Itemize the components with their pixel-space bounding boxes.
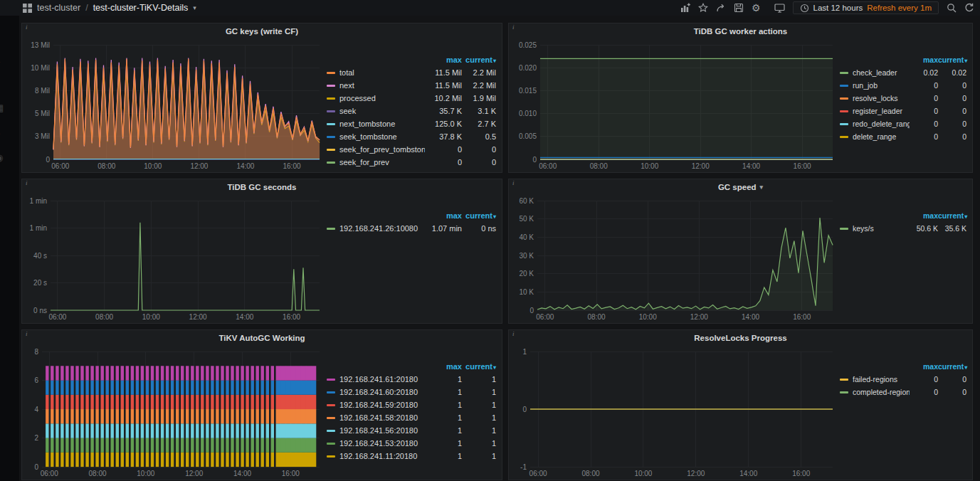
legend-row[interactable]: processed10.2 Mil1.9 Mil (327, 92, 496, 105)
legend-row[interactable]: 192.168.241.61:2018011 (327, 373, 496, 386)
panel-info-icon[interactable]: i (512, 23, 515, 31)
settings-gear-icon[interactable]: ⚙ (752, 3, 761, 13)
series-color-swatch[interactable] (840, 97, 848, 100)
series-label[interactable]: 192.168.241.61:20180 (339, 375, 425, 384)
legend-row[interactable]: 192.168.241.60:2018011 (327, 386, 496, 398)
zoom-out-icon[interactable] (947, 3, 957, 13)
series-color-swatch[interactable] (840, 72, 848, 74)
series-color-swatch[interactable] (840, 379, 848, 381)
panel-title-resolvelocks[interactable]: ResolveLocks Progress (509, 330, 972, 346)
legend-row[interactable]: check_leader0.020.02 (840, 66, 966, 79)
series-label[interactable]: total (339, 68, 425, 77)
series-label[interactable]: keys/s (853, 224, 910, 233)
series-label[interactable]: 192.168.241.58:20180 (339, 413, 425, 422)
series-label[interactable]: run_job (853, 81, 910, 90)
chart-gc-seconds[interactable]: 0 ns20 s40 s1 min1 min06:0008:0010:0012:… (22, 195, 325, 323)
legend-row[interactable]: 192.168.241.26:100801.07 min0 ns (327, 222, 496, 235)
legend-current-col[interactable]: current▾ (462, 362, 496, 371)
legend-row[interactable]: redo_delete_range00 (840, 117, 966, 130)
legend-current-col[interactable]: current▾ (938, 362, 966, 371)
panel-info-icon[interactable]: i (512, 179, 515, 186)
series-color-swatch[interactable] (327, 136, 335, 138)
legend-row[interactable]: resolve_locks00 (840, 92, 966, 105)
legend-max-col[interactable]: max (910, 362, 938, 371)
series-label[interactable]: completed-regions (853, 388, 910, 396)
dashboard-dropdown-caret[interactable]: ▾ (193, 4, 196, 11)
series-color-swatch[interactable] (840, 110, 848, 112)
add-panel-icon[interactable] (680, 3, 690, 13)
series-color-swatch[interactable] (327, 72, 335, 74)
breadcrumb-folder[interactable]: test-cluster (37, 3, 80, 13)
legend-max-col[interactable]: max (425, 211, 462, 220)
legend-row[interactable]: seek_for_prev00 (327, 156, 496, 169)
series-label[interactable]: delete_range (853, 132, 910, 141)
series-color-swatch[interactable] (840, 391, 848, 393)
series-color-swatch[interactable] (840, 228, 848, 230)
series-label[interactable]: 192.168.241.53:20180 (339, 439, 425, 448)
legend-row[interactable]: 192.168.241.53:2018011 (327, 437, 496, 450)
dashboards-grid-icon[interactable] (23, 4, 32, 13)
series-color-swatch[interactable] (327, 149, 335, 151)
legend-max-col[interactable]: max (425, 56, 462, 64)
panel-title-gc-worker-actions[interactable]: TiDB GC worker actions (509, 23, 972, 39)
series-label[interactable]: register_leader (853, 107, 910, 115)
legend-row[interactable]: next_tombstone125.0 K2.7 K (327, 117, 496, 130)
legend-row[interactable]: next11.5 Mil2.2 Mil (327, 79, 496, 92)
legend-row[interactable]: completed-regions00 (840, 386, 966, 398)
series-color-swatch[interactable] (327, 443, 335, 445)
chart-gc-speed[interactable]: 010 K20 K30 K40 K50 K60 K06:0008:0010:00… (509, 195, 838, 323)
side-menu-alerting-icon[interactable]: ◉ (0, 152, 3, 163)
series-color-swatch[interactable] (327, 430, 335, 432)
star-icon[interactable] (698, 3, 708, 13)
series-label[interactable]: failed-regions (853, 375, 910, 384)
panel-menu-caret[interactable]: ▾ (760, 184, 764, 191)
panel-title-gc-seconds[interactable]: TiDB GC seconds (22, 179, 502, 195)
panel-title-gc-keys[interactable]: GC keys (write CF) (22, 23, 502, 39)
series-color-swatch[interactable] (327, 97, 335, 100)
legend-row[interactable]: seek_for_prev_tombstone00 (327, 143, 496, 156)
series-label[interactable]: next_tombstone (339, 120, 425, 128)
refresh-interval-label[interactable]: Refresh every 1m (867, 4, 932, 12)
series-color-swatch[interactable] (327, 455, 335, 458)
series-label[interactable]: next (339, 81, 425, 90)
chart-gc-worker-actions[interactable]: 00.0050.0100.0150.0200.02506:0008:0010:0… (509, 39, 838, 172)
legend-row[interactable]: seek_tombstone37.8 K0.5 (327, 130, 496, 143)
series-color-swatch[interactable] (840, 136, 848, 138)
legend-row[interactable]: seek35.7 K3.1 K (327, 105, 496, 117)
legend-row[interactable]: 192.168.241.58:2018011 (327, 411, 496, 424)
side-menu-dashboards-icon[interactable]: ▦ (0, 102, 4, 113)
side-menu-plus-icon[interactable]: + (0, 57, 1, 68)
series-label[interactable]: 192.168.241.11:20180 (339, 452, 425, 460)
legend-current-col[interactable]: current▾ (938, 211, 966, 220)
side-menu-explore-icon[interactable]: ○ (0, 128, 1, 139)
series-color-swatch[interactable] (327, 391, 335, 393)
panel-info-icon[interactable]: i (26, 23, 28, 31)
series-label[interactable]: 192.168.241.59:20180 (339, 401, 425, 409)
panel-title-gc-speed[interactable]: GC speed▾ (509, 179, 972, 195)
series-label[interactable]: 192.168.241.56:20180 (339, 426, 425, 435)
legend-row[interactable]: failed-regions00 (840, 373, 966, 386)
legend-current-col[interactable]: current▾ (462, 211, 496, 220)
chart-gc-keys[interactable]: 03 Mil5 Mil8 Mil10 Mil13 Mil06:0008:0010… (22, 39, 325, 172)
legend-row[interactable]: keys/s50.6 K35.6 K (840, 222, 966, 235)
legend-current-col[interactable]: current▾ (462, 56, 496, 64)
series-label[interactable]: check_leader (853, 68, 910, 77)
legend-row[interactable]: 192.168.241.56:2018011 (327, 424, 496, 437)
share-icon[interactable] (716, 3, 726, 13)
refresh-icon[interactable] (964, 3, 974, 13)
series-label[interactable]: resolve_locks (853, 94, 910, 102)
series-label[interactable]: seek_for_prev (339, 158, 425, 166)
legend-row[interactable]: register_leader00 (840, 105, 966, 117)
time-range-picker[interactable]: Last 12 hours Refresh every 1m (793, 1, 939, 14)
series-label[interactable]: processed (339, 94, 425, 102)
series-color-swatch[interactable] (327, 228, 335, 230)
series-color-swatch[interactable] (327, 379, 335, 381)
dashboard-title[interactable]: test-cluster-TiKV-Details (93, 3, 189, 13)
series-color-swatch[interactable] (327, 110, 335, 112)
series-label[interactable]: 192.168.241.60:20180 (339, 388, 425, 396)
series-color-swatch[interactable] (327, 404, 335, 406)
series-color-swatch[interactable] (327, 85, 335, 87)
panel-title-autogc-working[interactable]: TiKV AutoGC Working (22, 330, 502, 346)
chart-resolvelocks[interactable]: -10106:0008:0010:0012:0014:0016:00 (509, 346, 838, 480)
legend-row[interactable]: 192.168.241.59:2018011 (327, 398, 496, 411)
